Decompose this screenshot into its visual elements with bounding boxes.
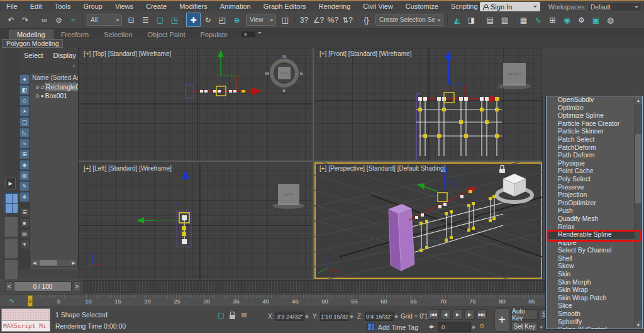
filter-materials-icon[interactable]: ◍ [19,171,30,181]
reference-coordinate-system-select[interactable]: View [246,14,276,26]
toggle-ribbon-icon[interactable]: ▦ [516,13,531,27]
select-object-icon[interactable]: ⊡ [124,13,138,27]
mirror-icon[interactable]: ◭ [450,13,464,27]
selection-filter-select[interactable]: All [87,14,122,26]
menu-item[interactable]: Graph Editors [257,3,313,10]
filter-all-icon[interactable]: ● [19,74,30,84]
toggle-scene-explorer-icon[interactable]: ▤ [483,13,497,27]
filter-space-warps-icon[interactable]: ≈ [19,138,30,149]
modifier-item[interactable]: PatchDeform [547,144,634,152]
viewport-perspective-label[interactable]: [+] [Perspective] [Standard] [Default Sh… [319,165,445,172]
separator[interactable] [82,14,83,26]
modifier-item[interactable]: Projection [547,191,634,200]
tab-select[interactable]: Select [24,52,43,59]
filter-groups-icon[interactable]: ⊞ [19,149,30,159]
filter-cameras-icon[interactable]: ▢ [19,117,30,127]
isolate-selection-icon[interactable]: ▢ [218,311,224,319]
tab-populate[interactable]: Populate [192,30,235,39]
viewport-layout-tab[interactable] [4,217,18,237]
viewport-layout-tab[interactable] [4,238,18,259]
modifier-item[interactable]: Path Deform [547,152,634,160]
modifier-item[interactable]: Skin Wrap Patch [547,295,634,303]
modifier-item[interactable]: Optimize [547,104,634,113]
separator[interactable] [514,14,514,26]
previous-frame-button[interactable]: ◀| [440,309,451,320]
tab-selection[interactable]: Selection [96,30,140,39]
modifier-item[interactable]: Relax [547,223,634,232]
toggle-layer-explorer-icon[interactable]: ▥ [497,13,512,27]
y-spinner[interactable] [350,312,354,321]
menu-item[interactable]: Group [77,3,109,10]
modifier-item[interactable]: Spherify [547,319,634,327]
explorer-filter-icon[interactable]: ▼ [20,240,30,249]
viewport-top[interactable]: [+] [Top] [Standard] [Wireframe] [79,48,313,161]
selection-lock-icon[interactable] [230,315,235,319]
filter-xrefs-icon[interactable]: ◈ [19,160,30,170]
y-coordinate-field[interactable]: 1'10 15/32" [320,312,349,321]
align-icon[interactable]: ◨ [464,13,479,27]
set-key-button[interactable]: Set Key [511,321,538,332]
select-and-place-icon[interactable]: ⊕ [230,13,244,27]
separator[interactable] [357,14,357,26]
track-bar[interactable]: ∿ 0 510152025303540455055606570758085 [0,294,546,307]
modifier-item[interactable]: Push [547,207,634,215]
scroll-right-icon[interactable]: ▶ [70,259,77,266]
viewport-left-label[interactable]: [+] [Left] [Standard] [Wireframe] [84,165,172,172]
menu-item[interactable]: Edit [24,3,48,10]
separator[interactable] [480,14,481,26]
undo-icon[interactable]: ↶ [4,13,18,27]
column-header-name[interactable]: Name (Sorted Ascend [30,73,78,82]
menu-item[interactable]: Animation [214,3,257,10]
menu-item[interactable]: Scripting [445,3,484,10]
material-editor-icon[interactable]: ◉ [560,13,574,27]
viewcube[interactable]: LEFT [278,184,299,205]
rendered-frame-window-icon[interactable]: ▣ [589,13,603,27]
separator[interactable] [35,14,35,26]
menu-item[interactable]: Tools [48,3,77,10]
filter-frozen-icon[interactable]: ❄ [19,192,30,202]
scroll-left-icon[interactable]: ◀ [31,259,38,266]
tab-freeform[interactable]: Freeform [53,30,97,39]
go-to-start-button[interactable]: |◀◀ [428,309,439,320]
filter-lights-icon[interactable]: ☀ [19,106,30,116]
absolute-mode-transform-icon[interactable]: ⊞ [241,311,247,319]
menu-item[interactable]: Modifiers [173,3,214,10]
menu-item[interactable]: Customize [399,3,445,10]
explorer-sort-icon[interactable]: ☰ [20,208,30,217]
modifier-item[interactable]: Smooth [547,310,634,319]
key-filters-icon[interactable]: ⌖ [540,324,543,331]
add-time-tag-button[interactable]: Add Time Tag [378,324,418,331]
named-selection-set-select[interactable]: Create Selection Se [375,14,443,26]
dropdown-scrollbar[interactable]: ▲ ▼ [634,96,642,329]
auto-key-button[interactable]: Auto Key [511,309,538,320]
explorer-swatch-icon[interactable]: ■ [20,218,30,228]
time-slider-track[interactable] [82,280,545,293]
render-setup-icon[interactable]: ⚙ [574,13,589,27]
curve-editor-icon[interactable]: ∿ [531,13,545,27]
scroll-up-icon[interactable]: ▲ [635,96,642,104]
expand-panel-button[interactable]: ▶ [5,178,16,189]
filter-bones-icon[interactable]: ✎ [19,181,30,191]
viewport-front[interactable]: [+] [Front] [Standard] [Wireframe] [314,48,542,161]
menu-item[interactable]: Create [140,3,173,10]
modifier-item[interactable]: Shell [547,255,634,263]
next-frame-slider-button[interactable]: > [73,281,81,291]
modifier-item[interactable]: Select By Channel [547,247,634,255]
visibility-eye-icon[interactable]: ⊙ [35,84,40,90]
unlink-selection-icon[interactable]: ⊘ [52,13,66,27]
select-and-move-icon[interactable]: ✚ [186,13,201,27]
scrollbar-thumb[interactable] [40,260,57,266]
x-spinner[interactable] [305,312,309,321]
select-and-link-icon[interactable]: ∞ [37,13,52,27]
open-mini-curve-editor-icon[interactable]: ∿ [9,296,14,305]
use-pivot-point-center-icon[interactable]: ◫ [278,13,292,27]
time-slider-handle[interactable]: 0 / 100 [14,281,72,291]
polygon-modeling-panel-button[interactable]: Polygon Modeling [2,39,63,48]
filter-shapes-icon[interactable]: ◇ [19,96,30,106]
viewcube-top-face[interactable]: TOP [278,67,291,79]
key-mode-toggle-icon[interactable]: ◀▶ [428,324,434,329]
go-to-end-button[interactable]: ▶▶| [476,309,487,320]
modifier-item[interactable]: Particle Face Creator [547,120,634,128]
viewport-front-label[interactable]: [+] [Front] [Standard] [Wireframe] [319,50,411,57]
bind-to-space-warp-icon[interactable]: ≈ [66,13,80,27]
